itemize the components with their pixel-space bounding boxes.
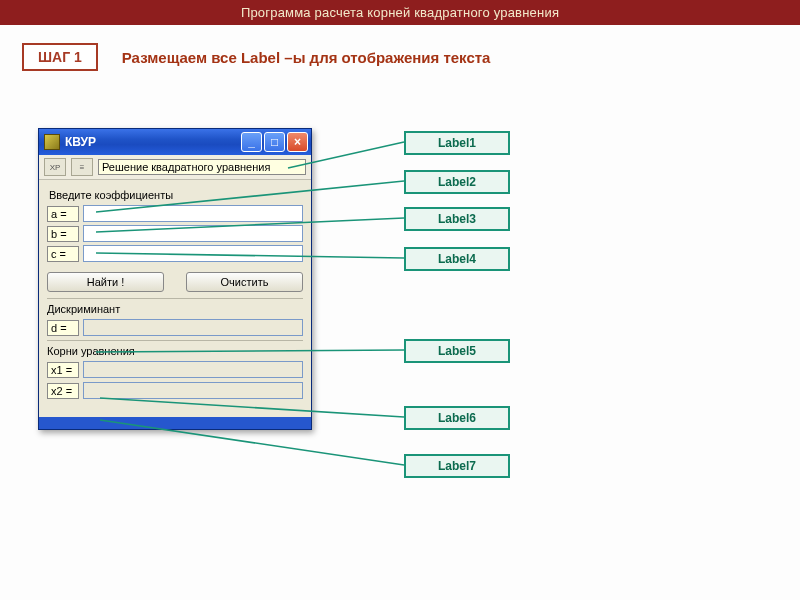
output-x2 <box>83 382 303 399</box>
callout-label1: Label1 <box>404 131 510 155</box>
app-icon <box>44 134 60 150</box>
window-titlebar[interactable]: КВУР _ □ × <box>39 129 311 155</box>
callout-label2: Label2 <box>404 170 510 194</box>
step-row: ШАГ 1 Размещаем все Label –ы для отображ… <box>22 43 778 71</box>
toolbar: XP ≡ Решение квадратного уравнения <box>39 155 311 180</box>
callout-label3: Label3 <box>404 207 510 231</box>
clear-button[interactable]: Очистить <box>186 272 303 292</box>
xp-manifest-icon[interactable]: XP <box>44 158 66 176</box>
section-coefficients: Введите коэффициенты <box>49 189 303 201</box>
label-d: d = <box>47 320 79 336</box>
section-roots: Корни уравнения <box>47 340 303 357</box>
label-x1: x1 = <box>47 362 79 378</box>
maximize-button[interactable]: □ <box>264 132 285 152</box>
find-button[interactable]: Найти ! <box>47 272 164 292</box>
toolbar-icon-2[interactable]: ≡ <box>71 158 93 176</box>
callout-label6: Label6 <box>404 406 510 430</box>
slide-title: Программа расчета корней квадратного ура… <box>0 0 800 25</box>
callout-label5: Label5 <box>404 339 510 363</box>
input-b[interactable] <box>83 225 303 242</box>
label-a: a = <box>47 206 79 222</box>
label-1-heading: Решение квадратного уравнения <box>98 159 306 175</box>
step-badge: ШАГ 1 <box>22 43 98 71</box>
close-button[interactable]: × <box>287 132 308 152</box>
label-b: b = <box>47 226 79 242</box>
step-text: Размещаем все Label –ы для отображения т… <box>122 49 491 66</box>
label-x2: x2 = <box>47 383 79 399</box>
output-x1 <box>83 361 303 378</box>
label-c: c = <box>47 246 79 262</box>
section-discriminant: Дискриминант <box>47 298 303 315</box>
input-a[interactable] <box>83 205 303 222</box>
window-title: КВУР <box>65 135 241 149</box>
app-window: КВУР _ □ × XP ≡ Решение квадратного урав… <box>38 128 312 430</box>
output-d <box>83 319 303 336</box>
callout-label4: Label4 <box>404 247 510 271</box>
callout-label7: Label7 <box>404 454 510 478</box>
minimize-button[interactable]: _ <box>241 132 262 152</box>
window-bottom-border <box>39 417 311 429</box>
input-c[interactable] <box>83 245 303 262</box>
